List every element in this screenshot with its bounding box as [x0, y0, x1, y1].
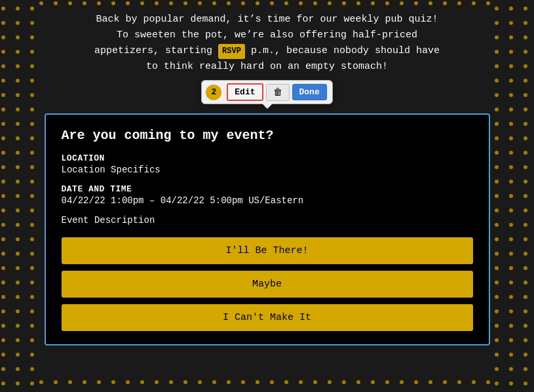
rsvp-buttons-group: I'll Be There!MaybeI Can't Make It	[62, 237, 473, 331]
trash-icon: 🗑	[273, 87, 282, 98]
location-value: Location Specifics	[62, 165, 473, 175]
content-wrapper: Back by popular demand, it’s time for ou…	[0, 0, 534, 392]
top-text-block: Back by popular demand, it’s time for ou…	[0, 0, 534, 75]
done-button[interactable]: Done	[292, 84, 327, 100]
event-description: Event Description	[62, 215, 473, 225]
location-label: LOCATION	[62, 153, 473, 163]
rsvp-button-0[interactable]: I'll Be There!	[62, 237, 473, 264]
event-card: Are you coming to my event? LOCATION Loc…	[45, 113, 490, 345]
popup-toolbar: 2 Edit 🗑 Done	[201, 80, 332, 104]
date-time-value: 04/22/22 1:00pm – 04/22/22 5:00pm US/Eas…	[62, 195, 473, 206]
top-text-line1: Back by popular demand, it’s time for ou…	[96, 14, 438, 25]
toolbar-number: 2	[206, 85, 221, 100]
rsvp-button-2[interactable]: I Can't Make It	[62, 304, 473, 331]
top-text-line4: to think really hard on an empty stomach…	[146, 61, 388, 72]
top-text-line3-post: p.m., because nobody should have	[251, 45, 440, 56]
top-text-line3-pre: appetizers, starting	[94, 45, 212, 56]
date-time-label: DATE AND TIME	[62, 184, 473, 194]
rsvp-inline-badge: RSVP	[218, 44, 245, 59]
edit-button[interactable]: Edit	[227, 83, 263, 101]
top-text-line2: To sweeten the pot, we’re also offering …	[117, 29, 417, 41]
delete-button[interactable]: 🗑	[266, 84, 290, 101]
event-title: Are you coming to my event?	[62, 128, 473, 143]
rsvp-button-1[interactable]: Maybe	[62, 271, 473, 298]
